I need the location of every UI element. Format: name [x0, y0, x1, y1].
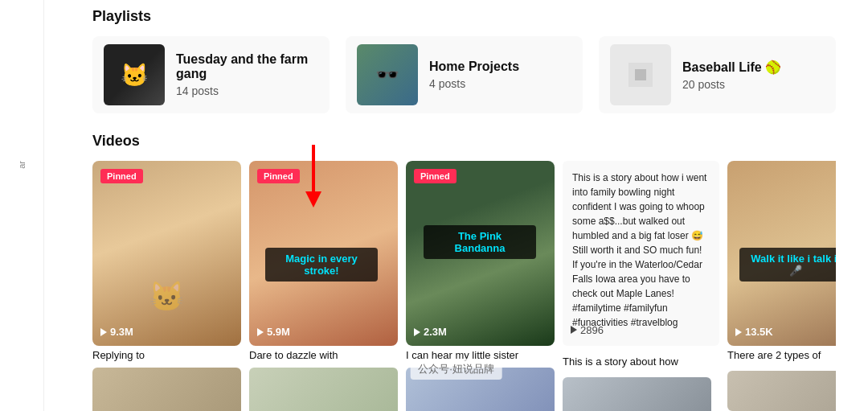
video-card-5[interactable]: Walk it like i talk it 🎤 13.5K There are… — [727, 161, 836, 361]
video-thumb-2: Pinned Magic in every stroke! 5.9M — [249, 161, 398, 346]
video-caption-1: Replying to — [92, 349, 241, 361]
magic-label: Magic in every stroke! — [265, 248, 378, 282]
video-caption-2: Dare to dazzle with — [249, 349, 398, 361]
bottom-thumb-1[interactable] — [92, 368, 241, 411]
playlist-card-1[interactable]: Tuesday and the farm gang 14 posts — [92, 36, 330, 113]
playlists-row: Tuesday and the farm gang 14 posts Home … — [92, 36, 836, 113]
bandanna-label: The Pink Bandanna — [424, 225, 536, 259]
sidebar-label: ar — [17, 161, 27, 169]
video-col-text: This is a story about how i went into fa… — [563, 161, 719, 411]
video-card-2[interactable]: Pinned Magic in every stroke! 5.9M Dare … — [249, 161, 398, 361]
video-caption-text: This is a story about how — [563, 356, 711, 368]
playlist-info-3: Baseball Life 🥎 20 posts — [682, 60, 781, 91]
playlist-thumb-3 — [610, 44, 671, 105]
pinned-badge-2: Pinned — [257, 169, 300, 183]
video-thumb-5: Walk it like i talk it 🎤 13.5K — [727, 161, 836, 346]
playlist-card-3[interactable]: Baseball Life 🥎 20 posts — [599, 36, 836, 113]
playlist-count-3: 20 posts — [682, 78, 781, 91]
playlist-thumb-2 — [357, 44, 418, 105]
pinned-badge-3: Pinned — [414, 169, 457, 183]
video-thumb-3: Pinned The Pink Bandanna 2.3M — [406, 161, 555, 346]
video-caption-5: There are 2 types of — [727, 349, 836, 361]
bottom-thumb-5[interactable] — [727, 371, 836, 411]
text-post-card[interactable]: This is a story about how i went into fa… — [563, 161, 719, 346]
play-icon-3 — [414, 328, 420, 336]
pinned-badge-1: Pinned — [100, 169, 143, 183]
video-thumb-1: Pinned 9.3M 🐱 — [92, 161, 241, 346]
playlists-section-title: Playlists — [92, 8, 836, 25]
play-count-3: 2.3M — [414, 326, 447, 338]
play-count-5: 13.5K — [735, 326, 773, 338]
video-col-2: Pinned Magic in every stroke! 5.9M Dare … — [249, 161, 398, 411]
playlist-name-2: Home Projects — [429, 60, 519, 74]
playlist-info-1: Tuesday and the farm gang 14 posts — [176, 52, 318, 97]
video-col-5: Walk it like i talk it 🎤 13.5K There are… — [727, 161, 836, 411]
playlist-name-1: Tuesday and the farm gang — [176, 52, 318, 81]
text-post-views: 2896 — [571, 323, 604, 339]
playlist-card-2[interactable]: Home Projects 4 posts — [346, 36, 583, 113]
play-icon-5 — [735, 328, 742, 336]
playlist-count-1: 14 posts — [176, 84, 318, 97]
video-card-1[interactable]: Pinned 9.3M 🐱 Replying to — [92, 161, 241, 361]
bottom-thumb-2[interactable] — [249, 368, 398, 411]
playlist-thumb-1 — [104, 44, 165, 105]
playlist-count-2: 4 posts — [429, 77, 519, 90]
video-col-1: Pinned 9.3M 🐱 Replying to — [92, 161, 241, 411]
playlist-name-3: Baseball Life 🥎 — [682, 60, 781, 75]
walk-label: Walk it like i talk it 🎤 — [739, 248, 836, 282]
play-icon-2 — [257, 328, 264, 336]
play-icon-text — [571, 326, 577, 334]
text-post-content: This is a story about how i went into fa… — [572, 171, 710, 330]
play-count-1: 9.3M — [100, 326, 133, 338]
videos-section-title: Videos — [92, 133, 836, 150]
playlist-info-2: Home Projects 4 posts — [429, 60, 519, 90]
bottom-thumb-text[interactable] — [563, 377, 711, 411]
sidebar: ar — [0, 0, 44, 411]
video-card-3[interactable]: Pinned The Pink Bandanna 2.3M I can hear… — [406, 161, 555, 361]
play-icon-1 — [100, 328, 107, 336]
watermark: 公众号·妞说品牌 — [410, 359, 502, 380]
play-count-2: 5.9M — [257, 326, 290, 338]
